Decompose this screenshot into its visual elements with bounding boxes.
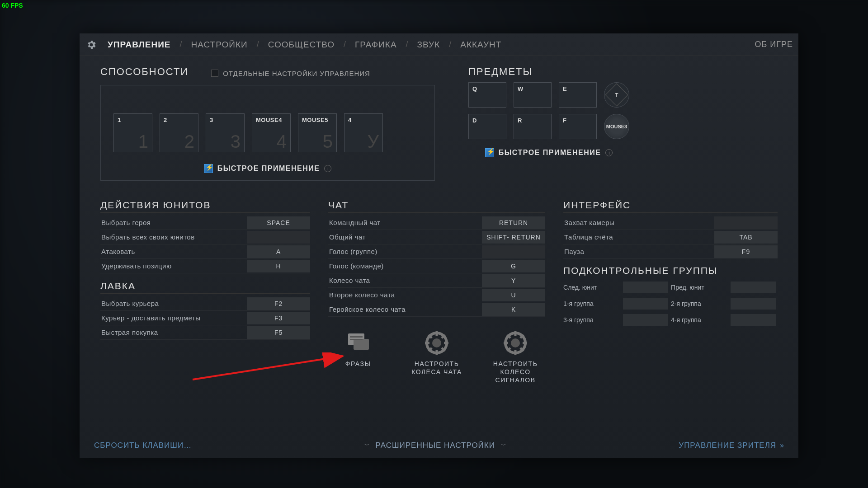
svg-rect-1 — [354, 339, 369, 350]
bind-key[interactable]: F3 — [247, 312, 310, 324]
svg-point-5 — [432, 338, 441, 347]
bind-key[interactable]: SPACE — [247, 216, 310, 229]
ability-slot-4[interactable]: MOUSE44 — [252, 113, 291, 152]
tab-account[interactable]: АККАУНТ — [458, 40, 504, 50]
bind-label: 3-я группа — [563, 316, 623, 324]
chevron-right-icon: » — [780, 441, 784, 450]
bind-key[interactable]: F9 — [714, 245, 778, 258]
fps-counter: 60 FPS — [2, 2, 23, 9]
item-slot-3[interactable]: E — [559, 82, 597, 108]
gear-icon — [85, 38, 98, 51]
bind-key[interactable] — [731, 298, 776, 310]
bind-label: Голос (команде) — [328, 262, 480, 270]
bind-key[interactable]: Y — [482, 274, 545, 287]
neutral-slot[interactable]: MOUSE3 — [604, 114, 629, 139]
bind-key[interactable] — [247, 231, 310, 244]
ability-slot-5[interactable]: MOUSE55 — [298, 113, 337, 152]
item-slot-6[interactable]: F — [559, 114, 597, 139]
per-hero-label: ОТДЕЛЬНЫЕ НАСТРОЙКИ УПРАВЛЕНИЯ — [223, 70, 370, 77]
chat-wheel-button[interactable]: НАСТРОИТЬ КОЛЁСА ЧАТА — [407, 330, 467, 385]
bind-key[interactable]: RETURN — [482, 216, 545, 229]
bind-label: Командный чат — [328, 219, 480, 226]
bind-key[interactable]: A — [247, 245, 310, 258]
bind-key[interactable]: F5 — [247, 326, 310, 339]
bind-key[interactable] — [623, 314, 668, 326]
item-slot-1[interactable]: Q — [468, 82, 506, 108]
bind-key[interactable]: F2 — [247, 297, 310, 310]
bind-label: Захват камеры — [563, 219, 712, 226]
bind-label: Удерживать позицию — [100, 262, 245, 270]
tab-social[interactable]: СООБЩЕСТВО — [265, 40, 337, 50]
bind-label: След. юнит — [563, 284, 623, 291]
bind-label: Второе колесо чата — [328, 291, 480, 299]
control-groups-title: ПОДКОНТРОЛЬНЫЕ ГРУППЫ — [563, 265, 778, 278]
settings-tabs: УПРАВЛЕНИЕ / НАСТРОЙКИ / СООБЩЕСТВО / ГР… — [80, 33, 798, 56]
item-slot-5[interactable]: R — [514, 114, 552, 139]
items-section: ПРЕДМЕТЫ Q W E T D R F MOUSE3 БЫСТРОЕ ПР… — [468, 66, 629, 181]
bind-key[interactable] — [714, 216, 778, 229]
bind-key[interactable]: G — [482, 260, 545, 272]
svg-rect-3 — [350, 339, 363, 340]
bind-key[interactable]: TAB — [714, 231, 778, 244]
reset-hotkeys-link[interactable]: СБРОСИТЬ КЛАВИШИ… — [94, 441, 192, 450]
items-quickcast[interactable]: БЫСТРОЕ ПРИМЕНЕНИЕ i — [468, 148, 629, 157]
bind-label: Таблица счёта — [563, 233, 712, 241]
spectator-label: УПРАВЛЕНИЕ ЗРИТЕЛЯ — [679, 441, 776, 450]
item-slot-2[interactable]: W — [514, 82, 552, 108]
svg-rect-2 — [350, 336, 363, 338]
bind-label: Геройское колесо чата — [328, 305, 480, 313]
bind-key[interactable]: SHIFT- RETURN — [482, 231, 545, 244]
tab-options[interactable]: НАСТРОЙКИ — [189, 40, 250, 50]
tab-about[interactable]: ОБ ИГРЕ — [755, 40, 793, 49]
spectator-controls-link[interactable]: УПРАВЛЕНИЕ ЗРИТЕЛЯ » — [679, 441, 784, 450]
chat-title: ЧАТ — [328, 200, 545, 213]
bind-label: Быстрая покупка — [100, 328, 245, 336]
bind-label: Выбрать героя — [100, 219, 245, 226]
chevron-down-icon: ﹀ — [500, 441, 507, 450]
bind-key[interactable] — [731, 314, 776, 326]
quickcast-checkbox-icon — [485, 148, 494, 157]
bind-label: Колесо чата — [328, 277, 480, 284]
bind-label: Атаковать — [100, 248, 245, 255]
wheel-icon — [423, 330, 450, 355]
wheel-buttons: ФРАЗЫ НАСТРОИТЬ КОЛЁСА ЧАТА НАСТРОИТЬ КО… — [328, 330, 545, 385]
tab-controls[interactable]: УПРАВЛЕНИЕ — [105, 40, 174, 50]
interface-title: ИНТЕРФЕЙС — [563, 200, 778, 213]
info-icon[interactable]: i — [605, 149, 613, 156]
advanced-label: РАСШИРЕННЫЕ НАСТРОЙКИ — [376, 441, 495, 450]
bind-key[interactable]: K — [482, 303, 545, 316]
bind-key[interactable] — [482, 245, 545, 258]
bind-key[interactable]: U — [482, 289, 545, 301]
bind-label: 1-я группа — [563, 300, 623, 307]
tab-audio[interactable]: ЗВУК — [415, 40, 443, 50]
bind-label: Выбрать всех своих юнитов — [100, 233, 245, 241]
bind-key[interactable] — [623, 298, 668, 310]
ping-wheel-button[interactable]: НАСТРОИТЬ КОЛЕСО СИГНАЛОВ — [486, 330, 545, 385]
chat-bubble-icon — [344, 330, 372, 355]
abilities-title: СПОСОБНОСТИ — [100, 66, 189, 78]
phrases-button[interactable]: ФРАЗЫ — [328, 330, 388, 385]
bind-key[interactable]: H — [247, 260, 310, 272]
wheel-icon — [502, 330, 529, 355]
chevron-down-icon: ﹀ — [364, 441, 370, 450]
item-slot-4[interactable]: D — [468, 114, 506, 139]
per-hero-hotkeys-checkbox[interactable]: ОТДЕЛЬНЫЕ НАСТРОЙКИ УПРАВЛЕНИЯ — [211, 70, 370, 77]
tp-slot[interactable]: T — [604, 82, 629, 108]
abilities-quickcast[interactable]: БЫСТРОЕ ПРИМЕНЕНИЕ i — [113, 164, 422, 173]
ability-slot-2[interactable]: 22 — [160, 113, 198, 152]
ability-slot-1[interactable]: 11 — [113, 113, 152, 152]
bind-key[interactable] — [731, 282, 776, 293]
interface-col: ИНТЕРФЕЙС Захват камеры Таблица счётаTAB… — [563, 185, 778, 385]
bind-label: Курьер - доставить предметы — [100, 314, 245, 322]
ability-slot-ult[interactable]: 4У — [344, 113, 383, 152]
svg-point-15 — [511, 338, 520, 347]
tab-video[interactable]: ГРАФИКА — [352, 40, 400, 50]
advanced-settings-toggle[interactable]: ﹀ РАСШИРЕННЫЕ НАСТРОЙКИ ﹀ — [192, 441, 679, 450]
bind-label: Пауза — [563, 248, 712, 255]
bind-key[interactable] — [623, 282, 668, 293]
ability-slot-3[interactable]: 33 — [206, 113, 245, 152]
quickcast-label: БЫСТРОЕ ПРИМЕНЕНИЕ — [217, 164, 320, 173]
settings-panel: УПРАВЛЕНИЕ / НАСТРОЙКИ / СООБЩЕСТВО / ГР… — [80, 33, 798, 458]
info-icon[interactable]: i — [324, 165, 331, 172]
phrases-label: ФРАЗЫ — [345, 360, 371, 368]
